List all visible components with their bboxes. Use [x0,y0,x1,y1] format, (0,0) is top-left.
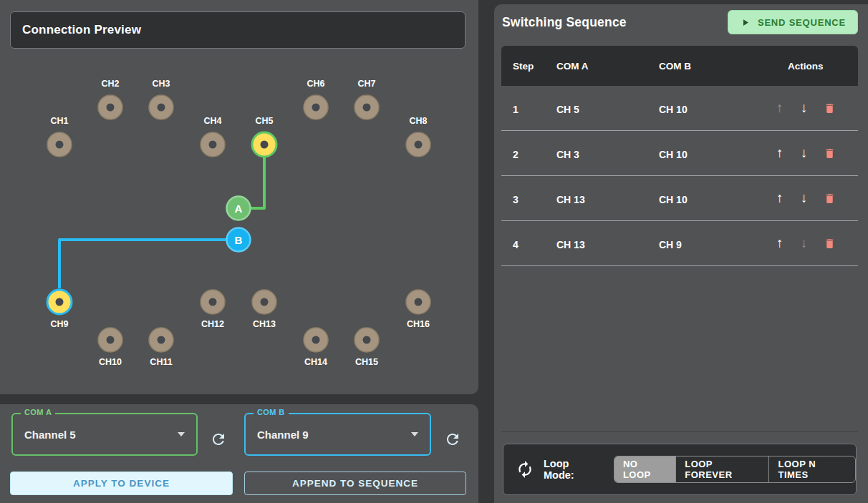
delete-step-button[interactable] [824,238,836,253]
loop-mode-label: Loop Mode: [544,458,601,481]
send-sequence-button[interactable]: SEND SEQUENCE [728,10,858,34]
step-number: 2 [513,149,519,160]
channel-CH5[interactable]: CH5 [252,116,276,157]
channel-CH9[interactable]: CH9 [47,290,72,329]
apply-to-device-label: APPLY TO DEVICE [73,478,170,489]
channel-dot [158,104,165,112]
move-up-button[interactable]: ↑ [776,101,783,115]
refresh-icon [444,431,461,448]
sequence-title: Switching Sequence [502,15,627,30]
header-com-a: COM A [556,61,589,72]
channel-label: CH1 [50,116,68,126]
send-sequence-label: SEND SEQUENCE [758,17,846,28]
channel-dot [415,298,423,306]
delete-step-button[interactable] [824,192,836,207]
trash-icon [824,238,836,250]
connection-preview-panel: Connection Preview CH1CH2CH3CH4CH5CH6CH7… [0,0,478,394]
com-a-refresh-button[interactable] [208,429,229,450]
append-to-sequence-label: APPEND TO SEQUENCE [292,478,418,489]
channel-label: CH7 [357,79,375,89]
loop-mode-group: NO LOOPLOOP FOREVERLOOP N TIMES [614,456,856,483]
trash-icon [824,192,836,205]
move-up-button[interactable]: ↑ [776,236,783,250]
channel-label: CH6 [307,79,324,89]
append-to-sequence-button[interactable]: APPEND TO SEQUENCE [244,472,466,495]
move-down-button[interactable]: ↓ [801,101,808,115]
move-up-button[interactable]: ↑ [776,146,783,160]
channel-diagram: CH1CH2CH3CH4CH5CH6CH7CH8CH9CH10CH11CH12C… [0,0,478,394]
move-down-button[interactable]: ↓ [801,146,808,160]
com-a-select-row[interactable]: Channel 5 [13,414,196,454]
step-number: 3 [513,194,519,205]
channel-dot [209,298,217,306]
loop-mode-no-loop[interactable]: NO LOOP [614,456,676,482]
com-b-select-row[interactable]: Channel 9 [246,414,430,454]
channel-label: CH5 [255,116,273,126]
wire-com_a [251,157,264,208]
channel-CH8[interactable]: CH8 [406,116,430,157]
channel-label: CH13 [253,319,276,329]
channel-dot [209,141,217,149]
play-icon [740,17,751,28]
channel-dot [261,141,269,149]
move-down-button[interactable]: ↓ [801,236,808,250]
sequence-table-header: Step COM A COM B Actions [501,46,858,86]
channel-CH2[interactable]: CH2 [98,79,122,119]
loop-icon [516,460,534,479]
header-com-b: COM B [659,61,691,72]
row-com-b: CH 10 [659,104,688,115]
channel-label: CH2 [101,79,119,89]
channel-label: CH11 [150,357,172,367]
channel-CH3[interactable]: CH3 [149,79,173,119]
channel-dot [158,336,165,344]
channel-dot [107,336,115,344]
channel-label: CH9 [50,319,68,329]
svg-text:A: A [235,202,243,215]
channel-CH10[interactable]: CH10 [98,328,122,367]
channel-CH12[interactable]: CH12 [201,290,225,329]
channel-CH15[interactable]: CH15 [355,328,379,367]
sequence-row: 3CH 13CH 10↑↓ [501,176,858,221]
com-b-select[interactable]: COM B Channel 9 [244,413,431,456]
delete-step-button[interactable] [824,147,836,162]
channel-CH6[interactable]: CH6 [304,79,328,119]
channel-CH11[interactable]: CH11 [149,328,173,367]
channel-dot [56,298,64,306]
com-b-refresh-button[interactable] [442,429,463,450]
channel-CH1[interactable]: CH1 [47,116,72,157]
trash-icon [824,102,836,114]
apply-to-device-button[interactable]: APPLY TO DEVICE [10,472,233,495]
channel-label: CH10 [99,357,122,367]
sequence-table: Step COM A COM B Actions 1CH 5CH 10↑↓2CH… [501,46,858,266]
loop-mode-card: Loop Mode: NO LOOPLOOP FOREVERLOOP N TIM… [503,444,857,495]
channel-CH14[interactable]: CH14 [304,328,328,367]
channel-CH16[interactable]: CH16 [406,290,430,329]
channel-dot [261,298,269,306]
move-down-button[interactable]: ↓ [801,191,808,205]
row-com-a: CH 3 [556,149,579,160]
channel-CH7[interactable]: CH7 [355,79,379,119]
row-com-a: CH 5 [556,104,579,115]
loop-mode-loop-forever[interactable]: LOOP FOREVER [676,456,769,482]
channel-dot [415,141,423,149]
com-node-A: A [227,197,251,220]
channel-dot [312,336,320,344]
chevron-down-icon [411,432,418,436]
delete-step-button[interactable] [824,102,836,117]
loop-mode-loop-n-times[interactable]: LOOP N TIMES [769,456,855,482]
refresh-icon [210,431,227,448]
row-com-a: CH 13 [556,194,585,205]
channel-CH13[interactable]: CH13 [252,290,276,329]
com-a-value: Channel 5 [24,429,178,441]
channel-dot [363,104,371,112]
row-com-b: CH 9 [659,239,682,250]
channel-dot [363,336,371,344]
channel-label: CH3 [152,79,170,89]
chevron-down-icon [178,432,185,436]
step-number: 1 [513,104,519,115]
trash-icon [824,147,836,160]
channel-CH4[interactable]: CH4 [201,116,225,157]
com-a-select[interactable]: COM A Channel 5 [11,413,198,456]
move-up-button[interactable]: ↑ [776,191,783,205]
channel-dot [107,104,115,112]
